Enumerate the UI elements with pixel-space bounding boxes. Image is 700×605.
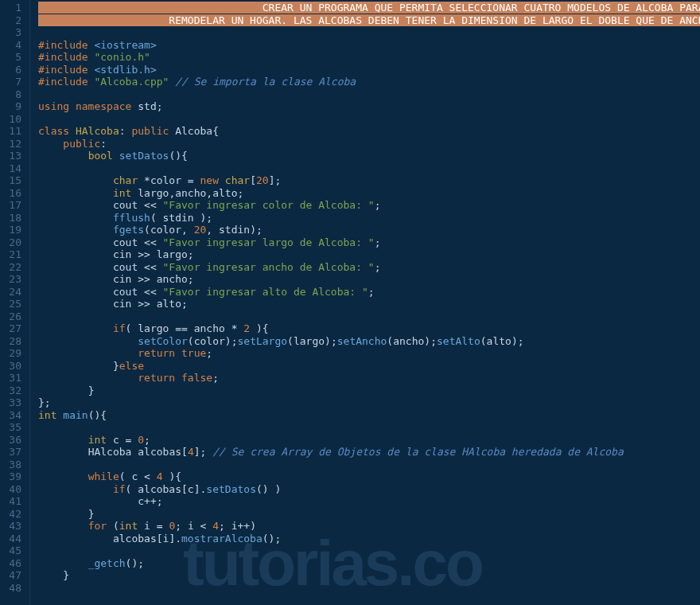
code-line[interactable] [38,544,700,557]
token-keyword: if [113,322,126,334]
token-punc: , [181,224,194,236]
code-line[interactable]: cin >> alto; [38,298,700,310]
token-plain [38,372,138,384]
token-ident: color [150,174,181,186]
code-line[interactable] [38,310,700,323]
code-line[interactable] [38,421,700,434]
token-ident: alto [212,187,237,199]
token-ident: alcobas [138,446,181,458]
token-ident: std [138,100,156,112]
line-number: 18 [0,212,21,224]
code-line[interactable]: }; [38,396,700,409]
token-op: < [138,470,156,482]
token-punc: ( [119,470,132,482]
code-line[interactable]: if( largo == ancho * 2 ){ [38,322,700,335]
code-line[interactable]: CREAR UN PROGRAMA QUE PERMITA SELECCIONA… [38,2,700,14]
line-number: 2 [0,14,21,27]
token-op: >> [131,273,156,285]
line-number: 23 [0,273,21,286]
code-line[interactable]: fgets(color, 20, stdin); [38,224,700,236]
token-ident: largo [138,322,169,334]
code-line[interactable]: #include <stdlib.h> [38,64,700,76]
code-line[interactable] [38,162,700,175]
token-ident: ancho [157,273,188,285]
code-line[interactable]: for (int i = 0; i < 4; i++) [38,520,700,533]
code-line[interactable]: public: [38,138,700,150]
token-func: fgets [113,224,144,236]
token-punc: } [63,569,69,581]
code-line[interactable] [38,113,700,126]
code-line[interactable]: HAlcoba alcobas[4]; // Se crea Array de … [38,446,700,459]
code-line[interactable]: _getch(); [38,557,700,570]
code-line[interactable]: #include "conio.h" [38,51,700,64]
token-keyword: if [113,483,126,495]
line-number: 9 [0,100,21,113]
code-line[interactable]: return true; [38,347,700,360]
code-line[interactable]: if( alcobas[c].setDatos() ) [38,483,700,496]
code-line[interactable]: return false; [38,372,700,384]
token-punc: ); [194,212,212,224]
token-op: = [119,434,138,446]
token-plain [38,298,113,310]
token-punc: } [113,360,119,372]
code-line[interactable]: #include <iostream> [38,39,700,52]
line-number: 8 [0,88,21,101]
token-ident: cin [113,298,131,310]
code-line[interactable]: #include "Alcoba.cpp" // Se importa la c… [38,76,700,88]
code-line[interactable] [38,582,700,595]
token-ident: largo [138,187,169,199]
token-comment: // Se crea Array de Objetos de la clase … [212,446,624,458]
line-number: 37 [0,446,21,459]
token-plain [38,150,88,162]
code-line[interactable]: cout << "Favor ingresar largo de Alcoba:… [38,236,700,249]
line-number: 29 [0,347,21,360]
code-line[interactable]: bool setDatos(){ [38,150,700,162]
code-line[interactable]: setColor(color);setLargo(largo);setAncho… [38,335,700,348]
code-line[interactable]: int main(){ [38,409,700,422]
code-line[interactable]: cout << "Favor ingresar alto de Alcoba: … [38,286,700,299]
token-punc: () ) [256,483,281,495]
token-ident: largo [157,248,188,260]
code-line[interactable]: cin >> ancho; [38,273,700,286]
code-line[interactable]: } [38,508,700,521]
token-string: "Favor ingresar color de Alcoba: " [163,199,375,211]
token-plain [38,224,113,236]
code-line[interactable]: cout << "Favor ingresar color de Alcoba:… [38,199,700,212]
code-line[interactable]: cin >> largo; [38,248,700,261]
code-line[interactable] [38,26,700,39]
token-keyword: #include [38,64,94,76]
token-punc: ; [237,187,243,199]
code-line[interactable]: fflush( stdin ); [38,212,700,224]
code-line[interactable]: using namespace std; [38,100,700,113]
token-func: setDatos [119,150,169,162]
code-line[interactable]: } [38,569,700,582]
code-line[interactable]: c++; [38,495,700,508]
code-line[interactable]: REMODELAR UN HOGAR. LAS ALCOBAS DEBEN TE… [38,14,700,27]
token-func: mostrarAlcoba [181,533,262,544]
line-number: 4 [0,39,21,52]
code-editor: 1234567891011121314151617181920212223242… [0,0,700,605]
token-plain [38,483,113,495]
token-punc: ( [150,212,163,224]
code-area[interactable]: CREAR UN PROGRAMA QUE PERMITA SELECCIONA… [30,0,700,605]
code-line[interactable]: } [38,384,700,397]
code-line[interactable] [38,459,700,471]
token-ident: alcobas [113,533,157,544]
code-line[interactable]: int largo,ancho,alto; [38,187,700,200]
token-punc: ( [188,335,194,347]
code-line[interactable]: char *color = new char[20]; [38,174,700,187]
code-line[interactable]: class HAlcoba: public Alcoba{ [38,125,700,138]
code-line[interactable]: alcobas[i].mostrarAlcoba(); [38,533,700,545]
code-line[interactable] [38,88,700,101]
code-line[interactable]: while( c < 4 ){ [38,470,700,483]
code-line[interactable]: cout << "Favor ingresar ancho de Alcoba:… [38,261,700,274]
line-number: 19 [0,224,21,236]
line-number: 27 [0,322,21,335]
token-op: >> [131,248,156,260]
code-line[interactable]: int c = 0; [38,434,700,447]
token-plain [38,520,88,532]
token-ident: i [188,520,194,532]
code-line[interactable]: }else [38,360,700,373]
token-ident: c [113,434,119,446]
token-punc: ; [375,261,381,273]
